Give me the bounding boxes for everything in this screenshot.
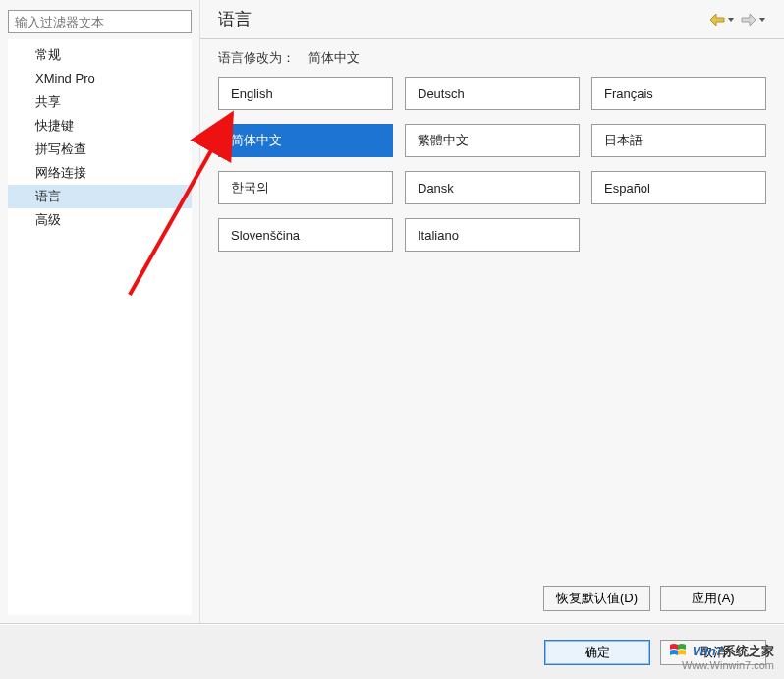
- cancel-label: 取消: [700, 645, 726, 659]
- header-divider: [200, 38, 784, 39]
- filter-input[interactable]: [8, 10, 192, 33]
- sidebar-item-spellcheck[interactable]: 拼写检查: [8, 138, 192, 161]
- sidebar-item-advanced[interactable]: 高级: [8, 208, 192, 232]
- lang-option-deutsch[interactable]: Deutsch: [405, 77, 580, 110]
- restore-defaults-label: 恢复默认值(D): [556, 591, 638, 605]
- lang-option-korean[interactable]: 한국의: [218, 171, 393, 204]
- lang-option-japanese[interactable]: 日本語: [591, 124, 766, 157]
- dropdown-caret-icon: [758, 16, 766, 24]
- lang-option-simplified-chinese[interactable]: 简体中文: [218, 124, 393, 157]
- sidebar-item-language[interactable]: 语言: [8, 185, 192, 208]
- cancel-button[interactable]: 取消: [660, 640, 766, 665]
- content-pane: 语言: [200, 0, 784, 623]
- lang-option-francais[interactable]: Français: [591, 77, 766, 110]
- ok-label: 确定: [585, 645, 610, 659]
- forward-button[interactable]: [741, 13, 766, 27]
- apply-label: 应用(A): [692, 591, 734, 605]
- forward-arrow-icon: [741, 13, 756, 27]
- restore-defaults-button[interactable]: 恢复默认值(D): [543, 586, 650, 611]
- sidebar-item-share[interactable]: 共享: [8, 90, 192, 114]
- sidebar-item-network[interactable]: 网络连接: [8, 161, 192, 185]
- preferences-sidebar: 常规 XMind Pro 共享 快捷键 拼写检查 网络连接 语言 高级: [0, 0, 200, 623]
- lang-option-italiano[interactable]: Italiano: [405, 218, 580, 252]
- history-nav: [709, 13, 766, 27]
- lang-option-espanol[interactable]: Español: [591, 171, 766, 204]
- sidebar-item-shortcuts[interactable]: 快捷键: [8, 114, 192, 138]
- lang-option-slovenscina[interactable]: Slovenščina: [218, 218, 393, 252]
- back-button[interactable]: [709, 13, 735, 27]
- page-title: 语言: [218, 8, 252, 30]
- ok-button[interactable]: 确定: [544, 640, 650, 665]
- dialog-footer: 确定 取消: [0, 624, 784, 679]
- lang-label-current: 简体中文: [308, 50, 360, 65]
- dropdown-caret-icon: [727, 16, 735, 24]
- lang-label-prefix: 语言修改为：: [218, 50, 295, 65]
- lang-option-dansk[interactable]: Dansk: [405, 171, 580, 204]
- back-arrow-icon: [709, 13, 725, 27]
- apply-button[interactable]: 应用(A): [660, 586, 766, 611]
- lang-option-traditional-chinese[interactable]: 繁體中文: [405, 124, 580, 157]
- sidebar-item-xmind-pro[interactable]: XMind Pro: [8, 67, 192, 90]
- language-grid: English Deutsch Français 简体中文 繁體中文 日本語 한…: [200, 77, 784, 252]
- current-language-label: 语言修改为：简体中文: [200, 49, 784, 77]
- category-tree: 常规 XMind Pro 共享 快捷键 拼写检查 网络连接 语言 高级: [8, 39, 192, 615]
- sidebar-item-general[interactable]: 常规: [8, 43, 192, 67]
- lang-option-english[interactable]: English: [218, 77, 393, 110]
